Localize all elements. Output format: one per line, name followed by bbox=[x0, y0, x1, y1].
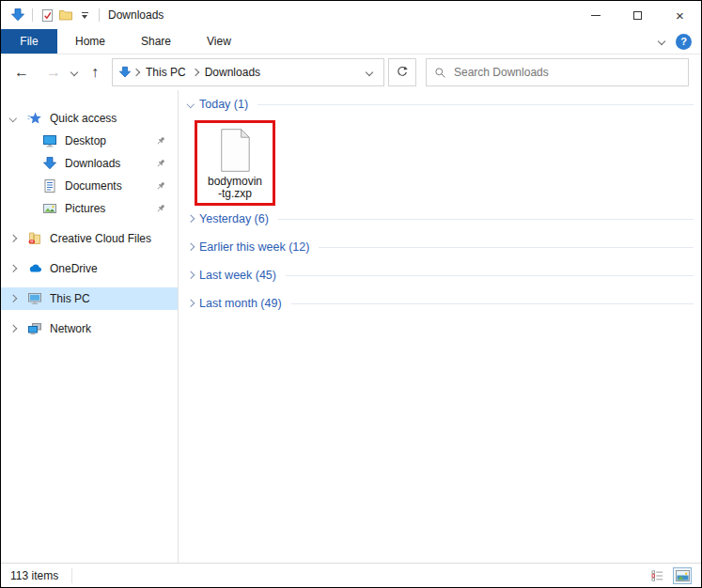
refresh-icon bbox=[396, 66, 409, 79]
large-icons-view-icon bbox=[676, 570, 690, 581]
chevron-right-icon[interactable] bbox=[9, 235, 17, 242]
details-view-button[interactable] bbox=[648, 567, 667, 584]
sidebar-item-label: OneDrive bbox=[50, 262, 98, 275]
chevron-right-icon[interactable] bbox=[9, 265, 17, 272]
downloads-icon bbox=[42, 156, 57, 171]
titlebar-separator bbox=[32, 8, 33, 22]
items-count: 113 items bbox=[10, 569, 58, 582]
minimize-button[interactable] bbox=[574, 1, 616, 29]
chevron-down-icon[interactable] bbox=[187, 101, 195, 108]
up-button[interactable]: ↑ bbox=[91, 65, 99, 80]
group-header-today[interactable]: Today (1) bbox=[184, 95, 694, 114]
breadcrumb-chevron-icon[interactable] bbox=[191, 69, 198, 76]
chevron-right-icon[interactable] bbox=[9, 325, 17, 333]
tab-view[interactable]: View bbox=[189, 29, 249, 54]
window-title: Downloads bbox=[108, 8, 164, 22]
chevron-right-icon[interactable] bbox=[187, 300, 195, 307]
tab-file[interactable]: File bbox=[1, 29, 57, 54]
file-list-area: Today (1) bodymovin -tg.zxp Yesterday (6… bbox=[179, 90, 701, 563]
search-icon bbox=[434, 67, 446, 79]
group-label[interactable]: Earlier this week (12) bbox=[199, 240, 309, 254]
sidebar-item-label: Desktop bbox=[65, 134, 106, 147]
file-name-line2: -tg.zxp bbox=[218, 188, 252, 200]
network-icon bbox=[27, 321, 42, 336]
breadcrumb-downloads[interactable]: Downloads bbox=[200, 66, 265, 79]
group-header-last-month[interactable]: Last month (49) bbox=[184, 294, 694, 313]
maximize-button[interactable] bbox=[616, 1, 659, 29]
ribbon-tab-bar: File Home Share View ? bbox=[1, 29, 701, 54]
sidebar-item-documents[interactable]: Documents bbox=[1, 175, 178, 197]
details-view-icon bbox=[651, 570, 664, 581]
statusbar-separator bbox=[71, 568, 72, 583]
window-downloads-icon bbox=[8, 5, 27, 25]
sidebar-item-downloads[interactable]: Downloads bbox=[1, 152, 178, 175]
refresh-button[interactable] bbox=[388, 58, 416, 86]
onedrive-cloud-icon bbox=[27, 261, 42, 276]
pin-icon bbox=[155, 203, 166, 214]
help-button[interactable]: ? bbox=[676, 34, 692, 50]
breadcrumb-chevron-icon[interactable] bbox=[133, 69, 140, 76]
tab-share[interactable]: Share bbox=[123, 29, 189, 54]
search-input[interactable] bbox=[454, 66, 680, 79]
file-icon bbox=[217, 128, 253, 176]
tab-home[interactable]: Home bbox=[57, 29, 123, 54]
chevron-right-icon[interactable] bbox=[187, 215, 195, 223]
file-item-bodymovin-red-highlight[interactable]: bodymovin -tg.zxp bbox=[195, 120, 275, 206]
sidebar-item-this-pc[interactable]: This PC bbox=[1, 287, 178, 310]
close-button[interactable]: × bbox=[659, 1, 701, 29]
sidebar-item-label: Network bbox=[50, 322, 91, 335]
group-divider-line bbox=[278, 219, 694, 220]
chevron-right-icon[interactable] bbox=[9, 295, 17, 302]
group-header-earlier-this-week[interactable]: Earlier this week (12) bbox=[184, 238, 694, 256]
computer-icon bbox=[27, 291, 42, 306]
group-divider-line bbox=[291, 303, 694, 304]
sidebar-item-desktop[interactable]: Desktop bbox=[1, 130, 178, 152]
pin-icon bbox=[155, 135, 166, 147]
group-label[interactable]: Today (1) bbox=[199, 98, 248, 111]
search-box[interactable] bbox=[426, 58, 689, 86]
sidebar-item-label: Pictures bbox=[65, 202, 105, 215]
group-label[interactable]: Last month (49) bbox=[199, 297, 282, 310]
file-explorer-window: Downloads × File Home Share View ? ← → ↑… bbox=[0, 0, 702, 588]
group-divider-line bbox=[257, 104, 694, 105]
group-header-last-week[interactable]: Last week (45) bbox=[184, 266, 694, 285]
title-bar: Downloads × bbox=[1, 1, 701, 29]
maximize-icon bbox=[633, 11, 642, 20]
sidebar-item-onedrive[interactable]: OneDrive bbox=[1, 257, 178, 280]
group-label[interactable]: Last week (45) bbox=[199, 269, 276, 282]
pin-icon bbox=[155, 180, 166, 192]
forward-button[interactable]: → bbox=[46, 65, 61, 80]
close-icon: × bbox=[676, 8, 684, 23]
sidebar-item-pictures[interactable]: Pictures bbox=[1, 197, 178, 220]
creative-cloud-folder-icon bbox=[27, 231, 42, 246]
chevron-right-icon[interactable] bbox=[187, 243, 195, 251]
sidebar-item-label: Downloads bbox=[65, 157, 120, 170]
expand-ribbon-icon[interactable] bbox=[658, 38, 665, 45]
minimize-icon bbox=[591, 15, 601, 16]
pictures-icon bbox=[42, 201, 57, 216]
sidebar-item-label: This PC bbox=[50, 292, 90, 305]
chevron-down-icon[interactable] bbox=[9, 115, 17, 122]
address-downloads-icon bbox=[118, 66, 132, 79]
status-bar: 113 items bbox=[1, 563, 701, 587]
titlebar-separator bbox=[99, 8, 100, 22]
recent-locations-icon[interactable] bbox=[70, 69, 78, 76]
back-button[interactable]: ← bbox=[14, 65, 29, 80]
chevron-right-icon[interactable] bbox=[187, 271, 195, 279]
group-divider-line bbox=[286, 275, 694, 276]
qat-properties-icon[interactable] bbox=[38, 5, 56, 25]
sidebar-item-label: Documents bbox=[65, 179, 122, 193]
address-bar[interactable]: This PC Downloads bbox=[112, 58, 384, 86]
sidebar-item-label: Creative Cloud Files bbox=[50, 232, 151, 245]
sidebar-item-creative-cloud-files[interactable]: Creative Cloud Files bbox=[1, 227, 178, 250]
group-label[interactable]: Yesterday (6) bbox=[199, 212, 269, 225]
sidebar-item-quick-access[interactable]: Quick access bbox=[1, 107, 178, 130]
breadcrumb-this-pc[interactable]: This PC bbox=[141, 66, 191, 79]
desktop-icon bbox=[42, 133, 57, 148]
qat-customize-icon[interactable] bbox=[75, 5, 94, 25]
qat-new-folder-icon[interactable] bbox=[56, 5, 75, 25]
address-dropdown-icon[interactable] bbox=[366, 69, 373, 76]
sidebar-item-network[interactable]: Network bbox=[1, 317, 178, 340]
large-icons-view-button[interactable] bbox=[673, 567, 692, 584]
group-header-yesterday[interactable]: Yesterday (6) bbox=[184, 209, 694, 228]
